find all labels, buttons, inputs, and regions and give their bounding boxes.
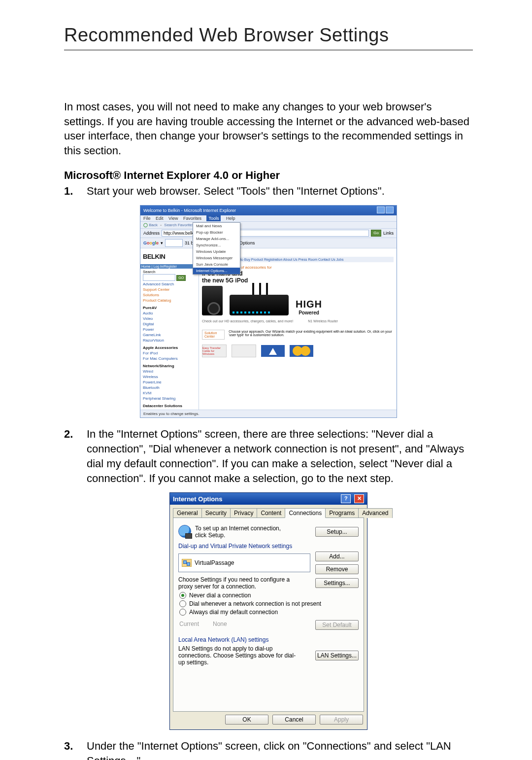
sidebar-catalog[interactable]: Product Catalog <box>143 298 196 303</box>
tools-addons[interactable]: Manage Add-ons... <box>193 236 240 242</box>
add-button[interactable]: Add... <box>315 552 359 561</box>
tab-privacy[interactable]: Privacy <box>230 508 257 518</box>
sidebar-ipod[interactable]: For iPod <box>143 351 196 355</box>
small-text-2: N1 Wireless Router <box>308 319 338 323</box>
setup-button[interactable]: Setup... <box>315 527 359 537</box>
google-search-input[interactable] <box>165 239 183 247</box>
sidebar-support[interactable]: Support Center <box>143 287 196 292</box>
menu-edit[interactable]: Edit <box>156 216 164 221</box>
sidebar-go-button[interactable]: GO <box>176 275 186 281</box>
menu-file[interactable]: File <box>143 216 151 221</box>
tab-programs[interactable]: Programs <box>325 508 359 518</box>
nav-login[interactable]: Log In/Register <box>153 265 176 268</box>
links-label[interactable]: Links <box>383 231 394 236</box>
tools-popup[interactable]: Pop-up Blocker <box>193 229 240 236</box>
cancel-button[interactable]: Cancel <box>272 715 316 725</box>
nav-strip[interactable]: Home | Log In/Register <box>140 264 199 269</box>
toolbar-back[interactable]: ◯ <box>143 223 148 227</box>
radio-dial-when[interactable] <box>179 600 186 607</box>
sidebar-power[interactable]: Power <box>143 327 196 332</box>
help-icon[interactable]: ? <box>341 494 351 503</box>
sidebar-bluetooth[interactable]: Bluetooth <box>143 385 196 390</box>
sidebar-advanced-search[interactable]: Advanced Search <box>143 282 196 286</box>
window-control-icons[interactable] <box>376 207 394 214</box>
brand-tile-1[interactable]: Easy Transfer Cable for Windows <box>202 345 227 357</box>
sidebar-mac[interactable]: For Mac Computers <box>143 356 196 361</box>
svg-marker-0 <box>269 348 277 355</box>
sidebar-periph[interactable]: Peripheral Sharing <box>143 396 196 401</box>
radio-always-label: Always dial my default connection <box>189 609 278 616</box>
current-label: Current <box>179 621 199 627</box>
menu-view[interactable]: View <box>168 216 178 221</box>
brand-tile-3[interactable] <box>261 345 285 357</box>
tab-general[interactable]: General <box>173 508 202 518</box>
setup-text: To set up an Internet connection, click … <box>195 525 294 539</box>
vpn-item[interactable]: VirtualPassage <box>195 559 234 566</box>
small-text-1: Check out our HD accessories, chargers, … <box>202 319 293 323</box>
solution-text: Choose your approach. Our Wizards match … <box>229 330 394 340</box>
promo-head-2: the new 5G iPod <box>202 277 394 284</box>
close-icon[interactable]: ✕ <box>354 494 364 503</box>
status-bar: Enables you to change settings. <box>140 410 397 417</box>
address-label: Address <box>143 231 160 236</box>
radio-always[interactable] <box>179 609 186 616</box>
sidebar-gamelink[interactable]: GameLink <box>143 333 196 337</box>
tools-messenger[interactable]: Windows Messenger <box>193 255 240 261</box>
brand-tile-4[interactable] <box>290 345 313 357</box>
sidebar-video[interactable]: Video <box>143 316 196 321</box>
step-1-text: Start your web browser. Select "Tools" t… <box>87 185 385 197</box>
tab-connections[interactable]: Connections <box>285 508 326 518</box>
vpn-listbox[interactable]: VirtualPassage <box>178 553 310 572</box>
tab-security[interactable]: Security <box>201 508 231 518</box>
settings-button[interactable]: Settings... <box>315 578 359 588</box>
tools-sync[interactable]: Synchronize... <box>193 242 240 248</box>
sidebar-wired[interactable]: Wired <box>143 369 196 374</box>
sidebar-audio[interactable]: Audio <box>143 311 196 315</box>
tab-advanced[interactable]: Advanced <box>358 508 392 518</box>
tools-mail[interactable]: Mail and News <box>193 223 240 229</box>
tools-dropdown: Mail and News Pop-up Blocker Manage Add-… <box>193 222 240 275</box>
title-divider <box>64 50 473 50</box>
remove-button[interactable]: Remove <box>315 564 359 574</box>
figure-browser-window: Welcome to Belkin - Microsoft Internet E… <box>140 205 397 418</box>
toolbar-misc[interactable]: Search Favorites <box>164 223 194 227</box>
tools-sunjava[interactable]: Sun Java Console <box>193 261 240 268</box>
sidebar-razor[interactable]: RazorVision <box>143 338 196 343</box>
sidebar-kvm[interactable]: KVM <box>143 391 196 395</box>
menu-favorites[interactable]: Favorites <box>183 216 201 221</box>
step-3-text: Under the "Internet Options" screen, cli… <box>87 740 451 760</box>
tab-content[interactable]: Content <box>257 508 285 518</box>
sidebar-digital[interactable]: Digital <box>143 322 196 326</box>
group-lan-label: Local Area Network (LAN) settings <box>178 636 359 643</box>
solution-badge[interactable]: Solution Center <box>202 330 225 340</box>
figure-internet-options-dialog: Internet Options ? ✕ General Security Pr… <box>169 492 367 730</box>
radio-never[interactable] <box>179 592 186 599</box>
sidebar-solutions[interactable]: Solutions <box>143 293 196 297</box>
radio-never-label: Never dial a connection <box>189 592 251 599</box>
powered-label: Powered <box>296 310 322 315</box>
sidebar-powerline[interactable]: PowerLine <box>143 380 196 384</box>
dialog-title: Internet Options <box>173 495 222 503</box>
toolbar-back-label[interactable]: Back <box>149 223 158 227</box>
lan-settings-button[interactable]: LAN Settings... <box>315 651 359 660</box>
current-value: None <box>213 621 227 627</box>
ok-button[interactable]: OK <box>225 715 268 725</box>
menu-tools[interactable]: Tools <box>206 215 221 221</box>
tools-winupdate[interactable]: Windows Update <box>193 248 240 255</box>
go-button[interactable]: Go <box>371 230 381 237</box>
step-2-text: In the "Internet Options" screen, there … <box>87 428 464 484</box>
menu-help[interactable]: Help <box>226 216 235 221</box>
sidebar-wireless[interactable]: Wireless <box>143 375 196 379</box>
browser-window-title: Welcome to Belkin - Microsoft Internet E… <box>143 208 236 213</box>
brand-tile-2[interactable] <box>232 345 256 357</box>
sidebar-cat-datacenter: Datacenter Solutions <box>143 404 196 408</box>
router-image <box>230 295 289 315</box>
subheading-ie: Microsoft® Internet Explorer 4.0 or High… <box>64 169 473 182</box>
sidebar-cat-network: Network/Sharing <box>143 364 196 368</box>
tools-internet-options[interactable]: Internet Options... <box>193 268 240 274</box>
google-logo: Google <box>143 241 159 245</box>
sidebar-search-input[interactable] <box>143 274 175 281</box>
sidebar-search-label: Search <box>143 270 196 274</box>
nav-home[interactable]: Home <box>141 265 151 268</box>
ipod-image <box>202 286 223 315</box>
